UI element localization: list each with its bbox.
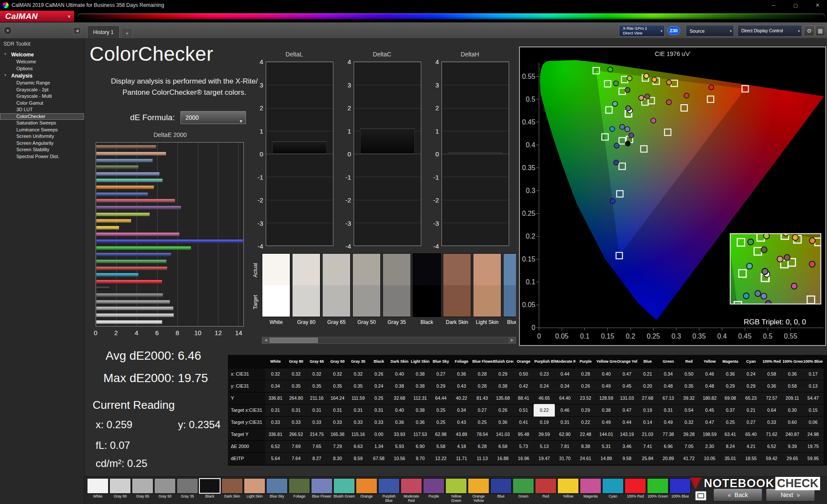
deltae-bar-gray-50 (96, 300, 170, 304)
table-cell: 6.52 (265, 440, 286, 452)
table-cell: 0.38 (410, 368, 431, 380)
patch-button-orange-yellow[interactable]: Orange Yellow (468, 478, 489, 503)
patch-button-magenta[interactable]: Magenta (580, 478, 601, 503)
deltah-title: DeltaH (430, 51, 510, 59)
sidebar-item-welcome[interactable]: Welcome (0, 59, 84, 65)
sidebar-item-options[interactable]: Options (0, 65, 84, 72)
axis-tick-label: 2 (435, 104, 439, 112)
table-cell: 0.35 (348, 380, 369, 392)
nav-back-button[interactable]: ● (3, 26, 12, 35)
table-cell: 0.23 (534, 368, 555, 380)
patch-button-blue-flower[interactable]: Blue Flower (311, 478, 333, 503)
patch-button-blue[interactable]: Blue (490, 478, 512, 503)
table-cell: 69.08 (720, 392, 741, 404)
patch-button-yellow[interactable]: Yellow (557, 478, 579, 503)
sidebar-item-dynamic-range[interactable]: Dynamic Range (0, 80, 84, 87)
patch-button-gray-80[interactable]: Gray 80 (109, 478, 131, 503)
patch-button-foliage[interactable]: Foliage (289, 478, 310, 503)
patch-button-label: Cyan (602, 494, 624, 503)
source-dropdown[interactable]: Source ▾ (686, 25, 734, 37)
table-cell: 266.52 (286, 428, 307, 440)
deltae-bar-100-red (96, 280, 162, 283)
patch-button-purplish-blue[interactable]: Purplish Blue (378, 478, 400, 503)
patch-button-moderate-red[interactable]: Moderate Red (401, 478, 422, 503)
next-button[interactable]: Next (766, 488, 815, 501)
display-control-dropdown[interactable]: Direct Display Control ▾ (737, 25, 802, 37)
patch-color (356, 478, 377, 494)
back-button[interactable]: Back (713, 488, 762, 501)
chevron-down-icon: ▼ (239, 115, 243, 128)
patch-button-cyan[interactable]: Cyan (602, 478, 624, 503)
table-cell: 0.36 (451, 368, 472, 380)
table-cell: 0.29 (493, 368, 513, 380)
scroll-left-icon[interactable]: ◀ (262, 337, 269, 343)
scroll-thumb[interactable] (270, 338, 318, 343)
strip-scrollbar[interactable]: ◀ ▶ (262, 337, 516, 344)
patch-button-black[interactable]: Black (199, 478, 221, 503)
patch-table-container: WhiteGray 80Gray 65Gray 50Gray 35BlackDa… (228, 355, 827, 466)
sidebar-item-screen-uniformity[interactable]: Screen Uniformity (0, 133, 84, 140)
patch-swatch-gray-50 (352, 253, 381, 317)
sidebar-item-colorchecker[interactable]: ColorChecker (0, 113, 84, 120)
de-formula-dropdown[interactable]: 2000 ▼ (180, 111, 246, 124)
sidebar-section-analysis[interactable]: Analysis (0, 72, 84, 80)
table-cell: 0.40 (389, 368, 410, 380)
patch-button-gray-35[interactable]: Gray 35 (177, 478, 198, 503)
sidebar-item-3d-lut[interactable]: 3D LUT (0, 106, 84, 113)
patch-label: Gray 35 (382, 319, 411, 327)
selected-cell[interactable]: 0.22 (534, 404, 555, 416)
y-label: y: (178, 419, 186, 430)
patch-button-gray-50[interactable]: Gray 50 (154, 478, 176, 503)
patch-button-100-red[interactable]: 100% Red (625, 478, 646, 503)
tab-history-1[interactable]: History 1 (87, 25, 120, 38)
calman-logo[interactable]: CalMAN ▼ (0, 11, 74, 22)
layout-button[interactable]: ▦ (815, 25, 825, 36)
sidebar-item-grayscale-multi[interactable]: Grayscale - Multi (0, 93, 84, 100)
scroll-right-icon[interactable]: ▶ (509, 337, 516, 343)
patch-button-bluish-green[interactable]: Bluish Green (333, 478, 355, 503)
add-tab-button[interactable]: + (121, 28, 133, 38)
table-cell: 8.27 (307, 452, 327, 464)
table-cell: 0.31 (265, 404, 286, 416)
sidebar-item-grayscale-2pt[interactable]: Grayscale - 2pt (0, 87, 84, 93)
instrument-dropdown[interactable]: X-Rite i1Pro 2 Direct View ▾ (619, 25, 665, 37)
table-cell: 19.75 (803, 440, 824, 452)
patch-button-dark-skin[interactable]: Dark Skin (221, 478, 243, 503)
sidebar-item-spectral-power-dist[interactable]: Spectral Power Dist. (0, 153, 84, 160)
window-title: CalMAN 2019 CalMAN Ultimate for Business… (12, 2, 761, 8)
table-cell: 0.33 (327, 416, 348, 428)
patch-button-100-green[interactable]: 100% Green (647, 478, 668, 503)
column-header-gray-50: Gray 50 (327, 355, 348, 368)
patch-swatch-dark-skin (443, 253, 471, 317)
patch-button-purple[interactable]: Purple (423, 478, 445, 503)
patch-button-blue-sky[interactable]: Blue Sky (266, 478, 288, 503)
gridline (266, 85, 333, 85)
table-cell: 9.70 (410, 452, 431, 464)
patch-button-green[interactable]: Green (513, 478, 534, 503)
close-button[interactable]: ✕ (808, 0, 827, 10)
patch-button-gray-65[interactable]: Gray 65 (132, 478, 153, 503)
sidebar-item-luminance-sweeps[interactable]: Luminance Sweeps (0, 127, 84, 134)
settings-button[interactable]: ⚙ (804, 25, 815, 36)
table-cell: 40.22 (451, 392, 472, 404)
patch-button-100-blue[interactable]: 100% Blue (669, 478, 691, 503)
axis-tick-label: -2 (258, 196, 263, 204)
patch-button-orange[interactable]: Orange (356, 478, 377, 503)
patch-button-light-skin[interactable]: Light Skin (244, 478, 265, 503)
measured-point-yellow-green (627, 76, 632, 81)
gridline (442, 154, 509, 154)
patch-button-yellow-green[interactable]: Yellow Green (445, 478, 467, 503)
sidebar-item-saturation-sweeps[interactable]: Saturation Sweeps (0, 120, 84, 127)
deltae-bar-green (96, 259, 167, 263)
sidebar-item-color-gamut[interactable]: Color Gamut (0, 100, 84, 107)
maximize-button[interactable]: ▢ (786, 0, 805, 10)
patch-button-white[interactable]: White (87, 478, 109, 503)
sidebar-item-screen-stability[interactable]: Screen Stability (0, 146, 84, 153)
sidebar-collapse-button[interactable]: ◀ (73, 27, 81, 34)
window-thumbnail-icon[interactable] (695, 491, 706, 501)
sidebar-item-screen-angularity[interactable]: Screen Angularity (0, 140, 84, 147)
patch-button-red[interactable]: Red (535, 478, 557, 503)
meter-badge[interactable]: 230 (667, 26, 680, 35)
sidebar-section-welcome[interactable]: Welcome (0, 51, 84, 59)
minimize-button[interactable]: ─ (764, 0, 783, 10)
